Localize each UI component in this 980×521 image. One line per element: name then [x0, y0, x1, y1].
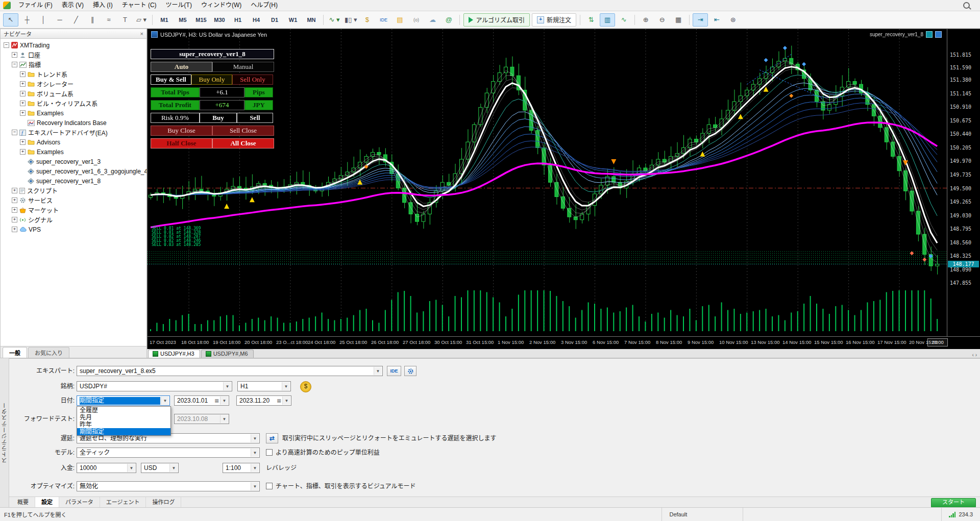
currency-combo[interactable]: USD▼: [141, 463, 179, 473]
plus-expander-icon[interactable]: +: [20, 71, 26, 77]
timeframe-m30[interactable]: M30: [211, 13, 228, 27]
period-combo[interactable]: H1▼: [237, 381, 291, 391]
plus-expander-icon[interactable]: +: [12, 217, 17, 222]
timeframe-d1[interactable]: D1: [266, 13, 283, 27]
chevron-down-icon[interactable]: ▼: [161, 396, 169, 405]
timeframe-h4[interactable]: H4: [248, 13, 265, 27]
tree-item--[interactable]: +ビル・ウィリアムス系: [1, 98, 146, 108]
vertical-line-tool-icon[interactable]: │: [36, 13, 51, 27]
chevron-down-icon[interactable]: ▼: [220, 415, 228, 423]
timeframe-m1[interactable]: M1: [156, 13, 173, 27]
chevron-down-icon[interactable]: ▼: [282, 382, 290, 390]
timeframe-mn[interactable]: MN: [303, 13, 320, 27]
tick-chart-icon[interactable]: ∿: [616, 13, 631, 27]
plus-expander-icon[interactable]: +: [20, 81, 26, 87]
algo-trading-button[interactable]: アルゴリズム取引: [463, 13, 530, 27]
date-from-field[interactable]: 2023.01.01▦▼: [174, 395, 229, 406]
sell-only-button[interactable]: Sell Only: [232, 75, 273, 85]
tester-ide-button[interactable]: IDE: [387, 366, 401, 376]
tree-item-advisors[interactable]: +Advisors: [1, 137, 146, 147]
symbol-combo[interactable]: USDJPY#▼: [77, 381, 232, 391]
chevron-down-icon[interactable]: ▼: [251, 482, 259, 490]
dropdown-option-item[interactable]: 先月: [77, 414, 170, 421]
half-close-button[interactable]: Half Close: [151, 138, 212, 148]
plus-expander-icon[interactable]: +: [12, 188, 17, 193]
sell-button[interactable]: Sell: [237, 113, 273, 123]
timeframe-w1[interactable]: W1: [284, 13, 302, 27]
timeframe-h1[interactable]: H1: [229, 13, 247, 27]
symbol-properties-coin-icon[interactable]: $: [300, 381, 311, 392]
buy-only-button[interactable]: Buy Only: [191, 75, 232, 85]
zoom-out-icon[interactable]: ⊖: [654, 13, 670, 27]
new-order-button[interactable]: +新規注文: [532, 13, 576, 27]
plus-expander-icon[interactable]: +: [12, 197, 17, 203]
tree-item--[interactable]: +トレンド系: [1, 69, 146, 79]
visual-mode-checkbox[interactable]: [266, 483, 273, 489]
model-combo[interactable]: 全ティック▼: [77, 448, 260, 458]
search-icon[interactable]: [963, 2, 970, 9]
chevron-down-icon[interactable]: ▼: [251, 434, 259, 442]
currency-coin-icon[interactable]: $: [359, 13, 375, 27]
plus-expander-icon[interactable]: +: [12, 227, 17, 232]
market-depth-icon[interactable]: ▥: [600, 13, 615, 27]
auto-button[interactable]: Auto: [151, 62, 212, 72]
cloud-icon[interactable]: ☁: [425, 13, 440, 27]
horizontal-line-tool-icon[interactable]: ─: [52, 13, 67, 27]
tree-item-super_recovery_ver1_6_3_gogojungle_46[interactable]: super_recovery_ver1_6_3_gogojungle_46: [1, 166, 146, 176]
tester-tab-inactive[interactable]: 概要: [11, 497, 35, 507]
chevron-down-icon[interactable]: ▼: [374, 367, 382, 375]
crosshair-tool-icon[interactable]: ┼: [19, 13, 35, 27]
tree-item--ea-[interactable]: −fエキスパートアドバイザ(EA): [1, 128, 146, 137]
tester-tab-active[interactable]: 設定: [35, 497, 59, 507]
tree-item--[interactable]: +ボリューム系: [1, 89, 146, 98]
tester-side-label[interactable]: ストラテジーテスター: [0, 358, 9, 507]
tab-scroll-icons[interactable]: ‹ ›: [969, 352, 980, 358]
tree-item-vps[interactable]: +VPS: [1, 225, 146, 234]
tree-item-super_recovery_ver1_3[interactable]: super_recovery_ver1_3: [1, 157, 146, 166]
tree-item-examples[interactable]: +Examples: [1, 108, 146, 118]
chart-settings-icon[interactable]: ⊛: [725, 13, 741, 27]
fibonacci-tool-icon[interactable]: ≈: [101, 13, 116, 27]
chevron-down-icon[interactable]: ▼: [220, 396, 228, 405]
status-profile[interactable]: Default: [662, 508, 743, 521]
tree-item--[interactable]: +口座: [1, 50, 146, 60]
price-axis[interactable]: 151.815151.590151.380151.145150.910150.6…: [947, 29, 980, 336]
tree-item-super_recovery_ver1_8[interactable]: super_recovery_ver1_8: [1, 176, 146, 186]
indicators-menu-icon[interactable]: ∿ ▾: [327, 13, 342, 27]
tester-tab-inactive[interactable]: 操作ログ: [146, 497, 181, 507]
minus-expander-icon[interactable]: −: [12, 62, 17, 67]
risk-button[interactable]: Risk 0.9%: [151, 113, 200, 123]
menu-item-3[interactable]: チャート (C): [117, 0, 161, 11]
menu-item-6[interactable]: ヘルプ(H): [246, 0, 282, 11]
tester-tab-inactive[interactable]: エージェント: [100, 497, 146, 507]
all-close-button[interactable]: All Close: [212, 138, 274, 148]
plus-expander-icon[interactable]: +: [12, 207, 17, 213]
community-icon[interactable]: @: [441, 13, 456, 27]
plus-expander-icon[interactable]: +: [20, 91, 26, 96]
leverage-combo[interactable]: 1:100▼: [223, 463, 260, 473]
chevron-down-icon[interactable]: ▼: [127, 464, 135, 472]
broadcast-icon[interactable]: (o): [408, 13, 424, 27]
tree-item-examples[interactable]: +Examples: [1, 147, 146, 157]
minus-expander-icon[interactable]: −: [12, 130, 17, 135]
optimize-combo[interactable]: 無効化▼: [77, 481, 260, 491]
tree-item-recovery-indicators-base[interactable]: Recovery Indicators Base: [1, 118, 146, 128]
calendar-icon[interactable]: ▦: [214, 398, 219, 404]
tree-item--[interactable]: +シグナル: [1, 215, 146, 225]
pip-profit-checkbox[interactable]: [266, 449, 273, 456]
dropdown-option-item[interactable]: 全履歴: [77, 407, 170, 414]
chevron-down-icon[interactable]: ▼: [282, 396, 290, 405]
chart-type-menu-icon[interactable]: ▮▯ ▾: [343, 13, 358, 27]
undock-panel-icon[interactable]: ⇤: [709, 13, 724, 27]
chevron-down-icon[interactable]: ▼: [251, 464, 259, 472]
trendline-tool-icon[interactable]: ╱: [68, 13, 84, 27]
tester-settings-button[interactable]: [404, 366, 416, 376]
navigator-tab-active[interactable]: 一般: [3, 347, 27, 358]
chart-tab-usdjpy-h3[interactable]: USDJPY#,H3: [148, 350, 200, 358]
ea-chart-icon[interactable]: [935, 31, 942, 38]
manual-button[interactable]: Manual: [212, 62, 274, 72]
tile-windows-icon[interactable]: ▦: [671, 13, 686, 27]
tree-item-xmtrading[interactable]: −XMTrading: [1, 40, 146, 50]
tree-item--[interactable]: +サービス: [1, 195, 146, 205]
tree-item--[interactable]: +スクリプト: [1, 186, 146, 195]
